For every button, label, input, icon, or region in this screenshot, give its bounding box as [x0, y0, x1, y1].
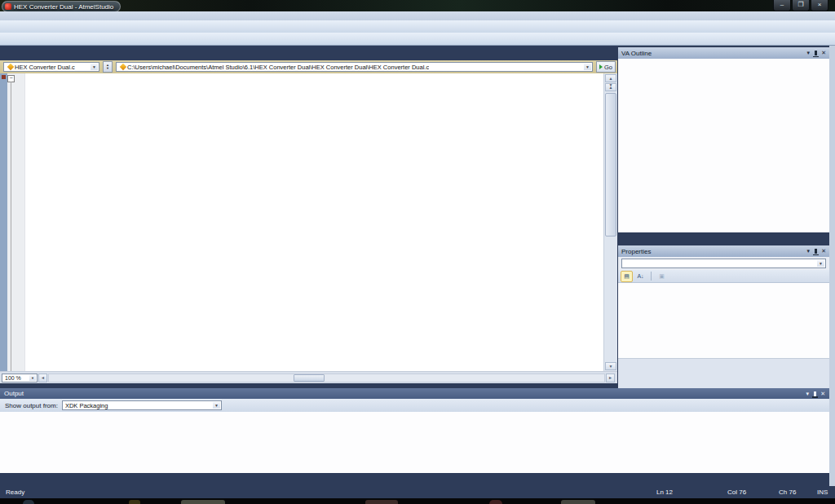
output-toolbar: Show output from: XDK Packaging ▼ — [0, 399, 829, 412]
close-button[interactable]: × — [811, 0, 828, 11]
windows-taskbar-sliver — [0, 498, 835, 504]
window-edge-strip — [829, 46, 835, 498]
window-title: HEX Converter Dual - AtmelStudio — [14, 3, 113, 11]
properties-title-bar: Properties ▾ ✕ — [618, 245, 829, 257]
va-outline-panel: VA Outline ▾ ✕ — [618, 47, 829, 232]
split-sort-button[interactable]: ▲▼ — [103, 61, 113, 73]
properties-description-area — [618, 359, 829, 388]
pin-icon[interactable] — [815, 249, 817, 254]
maximize-button[interactable]: ❐ — [792, 0, 810, 11]
categorized-icon[interactable]: ▤ — [621, 271, 633, 282]
properties-panel: Properties ▾ ✕ ▼ ▤ A↓ ▣ — [618, 245, 829, 387]
status-bar: Ready Ln 12 Col 76 Ch 76 INS — [0, 486, 835, 498]
va-marker-icon — [120, 64, 126, 70]
close-icon[interactable]: ✕ — [820, 391, 825, 397]
properties-grid[interactable] — [618, 283, 829, 359]
taskbar-icon — [129, 500, 140, 504]
scroll-down-arrow[interactable]: ▼ — [605, 362, 616, 370]
scroll-up-arrow[interactable]: ▲ — [605, 83, 616, 91]
scope-combobox[interactable]: HEX Converter Dual.c ▼ — [3, 62, 99, 72]
properties-toolbar: ▤ A↓ ▣ — [618, 270, 829, 283]
go-button[interactable]: Go — [596, 61, 616, 73]
fold-guide-line — [11, 82, 11, 371]
taskbar-icon — [489, 500, 502, 504]
properties-object-row: ▼ — [618, 257, 829, 270]
chevron-down-icon: ▼ — [29, 375, 36, 381]
close-icon[interactable]: ✕ — [821, 248, 826, 254]
change-marker — [2, 75, 6, 79]
taskbar-icon — [23, 500, 34, 504]
close-icon[interactable]: ✕ — [821, 50, 826, 56]
panel-title-text: Output — [4, 390, 24, 397]
go-arrow-icon — [599, 64, 603, 69]
window-position-icon[interactable]: ▾ — [806, 391, 810, 397]
file-path-value: C:\Users\michael\Documents\Atmel Studio\… — [127, 64, 429, 71]
tool-window-tab-strip — [618, 232, 829, 245]
document-tab-strip — [0, 47, 617, 60]
window-position-icon[interactable]: ▾ — [807, 50, 811, 56]
property-pages-icon[interactable]: ▣ — [656, 271, 668, 282]
window-position-icon[interactable]: ▾ — [807, 248, 811, 254]
standard-toolbar — [0, 20, 835, 33]
status-line: Ln 12 — [656, 489, 673, 496]
minimize-button[interactable]: – — [773, 0, 791, 11]
horizontal-scroll-thumb[interactable] — [294, 374, 325, 382]
output-source-combobox[interactable]: XDK Packaging ▼ — [62, 400, 222, 410]
show-output-from-label: Show output from: — [5, 402, 58, 409]
code-editor[interactable]: − ▲▼ ▲ ▼ — [0, 73, 617, 371]
editor-bottom-bar: 100 % ▼ ◂ ▸ — [0, 371, 617, 383]
chevron-down-icon: ▼ — [91, 64, 98, 70]
panel-title-text: VA Outline — [621, 50, 652, 57]
taskbar-icon — [561, 500, 595, 504]
object-combobox[interactable]: ▼ — [621, 259, 826, 268]
debug-device-toolbar — [0, 33, 835, 46]
taskbar-icon — [181, 500, 225, 504]
window-title-pill: HEX Converter Dual - AtmelStudio — [2, 1, 121, 12]
scope-value: HEX Converter Dual.c — [15, 64, 75, 71]
pin-icon[interactable] — [815, 51, 817, 55]
va-outline-title-bar: VA Outline ▾ ✕ — [618, 47, 829, 59]
vertical-scrollbar[interactable]: ▲▼ ▲ ▼ — [603, 73, 617, 371]
va-marker-icon — [7, 64, 14, 70]
chevron-down-icon: ▼ — [584, 64, 591, 70]
bottom-tab-strip — [0, 473, 829, 486]
sort-alphabetical-icon[interactable]: A↓ — [634, 271, 647, 282]
status-insert-mode: INS — [817, 489, 828, 496]
status-ready: Ready — [6, 489, 24, 496]
splitter-handle[interactable]: ▲▼ — [605, 74, 616, 82]
status-character: Ch 76 — [779, 489, 796, 496]
panel-title-text: Properties — [621, 248, 651, 255]
menu-bar — [0, 11, 835, 20]
taskbar-icon — [365, 500, 398, 504]
chevron-down-icon: ▼ — [817, 260, 824, 267]
vertical-scroll-thumb[interactable] — [605, 93, 616, 237]
output-title-bar: Output ▾ ✕ — [0, 388, 829, 399]
status-column: Col 76 — [727, 489, 746, 496]
editor-selection-margin — [0, 73, 7, 371]
zoom-level-combobox[interactable]: 100 % ▼ — [2, 374, 38, 382]
output-content[interactable] — [0, 412, 829, 473]
editor-navigation-bar: HEX Converter Dual.c ▼ ▲▼ C:\Users\micha… — [0, 60, 617, 73]
title-bar: HEX Converter Dual - AtmelStudio – ❐ × — [0, 0, 835, 11]
chevron-down-icon: ▼ — [213, 402, 220, 409]
atmel-studio-app-icon — [5, 3, 11, 10]
scroll-left-arrow[interactable]: ◂ — [38, 374, 47, 382]
va-outline-list — [618, 59, 829, 61]
file-path-combobox[interactable]: C:\Users\michael\Documents\Atmel Studio\… — [116, 62, 593, 72]
horizontal-scrollbar[interactable] — [48, 374, 605, 382]
scroll-right-arrow[interactable]: ▸ — [606, 374, 615, 382]
pin-icon[interactable] — [814, 391, 816, 396]
